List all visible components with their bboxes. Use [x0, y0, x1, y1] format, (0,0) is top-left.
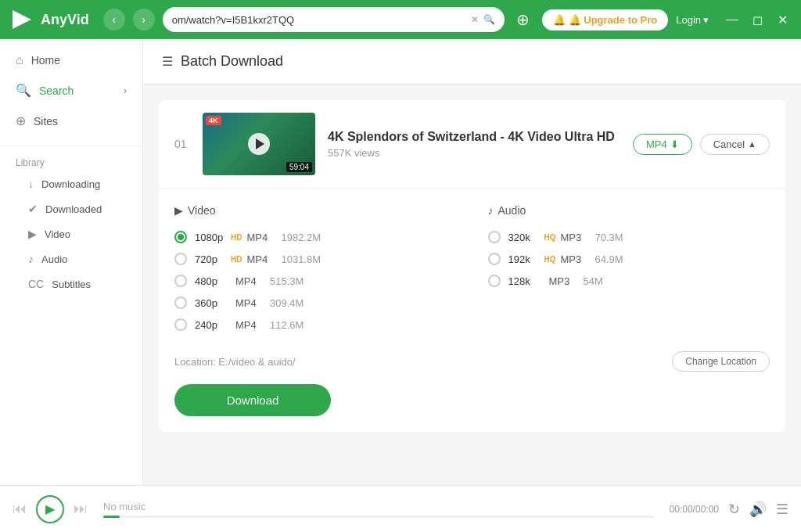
res-320k: 320k: [508, 232, 544, 243]
radio-240p[interactable]: [174, 318, 187, 331]
player-time: 00:00/00:00: [670, 504, 719, 515]
maximize-button[interactable]: ◻: [748, 10, 767, 29]
cancel-button[interactable]: Cancel ▲: [700, 134, 770, 155]
type-1080p: MP4: [246, 232, 275, 243]
audio-col-icon: ♪: [488, 204, 494, 217]
video-format-column: ▶ Video 1080p HD MP4 1982.2M: [174, 204, 457, 336]
video-title: 4K Splendors of Switzerland - 4K Video U…: [328, 130, 620, 144]
close-button[interactable]: ✕: [773, 10, 792, 29]
radio-360p[interactable]: [174, 297, 187, 309]
player-prev-button[interactable]: ⏮: [13, 501, 27, 517]
sites-icon: ⊕: [16, 113, 26, 128]
audio-row-320k: 320k HQ MP3 70.3M: [488, 226, 770, 248]
format-row-1080p: 1080p HD MP4 1982.2M: [174, 226, 457, 248]
video-card: 01 59:04 4K 4K Splendors of Switzerland …: [159, 100, 785, 432]
player-info: No music: [97, 501, 660, 518]
radio-192k[interactable]: [488, 253, 501, 265]
sites-label: Sites: [34, 115, 58, 128]
res-720p: 720p: [195, 253, 230, 265]
audio-format-column: ♪ Audio 320k HQ MP3 70.3M: [488, 204, 770, 336]
hd-badge-720p: HD: [231, 255, 242, 264]
format-section: ▶ Video 1080p HD MP4 1982.2M: [159, 189, 785, 343]
card-info: 4K Splendors of Switzerland - 4K Video U…: [328, 130, 620, 159]
player-progress-fill: [103, 516, 120, 518]
url-bar: om/watch?v=I5B1kxr2TQQ ✕ 🔍: [163, 7, 505, 32]
search-label: Search: [39, 84, 74, 97]
card-header: 01 59:04 4K 4K Splendors of Switzerland …: [159, 100, 785, 189]
res-360p: 360p: [195, 297, 230, 309]
res-192k: 192k: [508, 253, 544, 265]
card-number: 01: [174, 138, 190, 150]
radio-480p[interactable]: [174, 275, 187, 287]
app-name: AnyVid: [41, 12, 89, 28]
downloaded-label: Downloaded: [45, 203, 102, 215]
sidebar-item-home[interactable]: ⌂ Home: [0, 45, 142, 75]
login-button[interactable]: Login ▾: [676, 14, 709, 26]
sidebar-item-subtitles[interactable]: CC Subtitles: [0, 271, 142, 297]
batch-icon: ☰: [162, 54, 173, 69]
player-repeat-button[interactable]: ↻: [728, 501, 740, 518]
res-badge: 4K: [206, 116, 221, 125]
video-col-icon: ▶: [174, 204, 183, 217]
downloading-label: Downloading: [41, 178, 100, 190]
player-play-button[interactable]: ▶: [36, 495, 64, 523]
type-192k: MP3: [561, 253, 589, 265]
change-location-button[interactable]: Change Location: [672, 351, 770, 372]
search-icon: 🔍: [16, 83, 31, 98]
radio-128k[interactable]: [488, 275, 501, 287]
type-360p: MP4: [235, 297, 264, 309]
downloading-icon: ↓: [28, 178, 34, 190]
type-720p: MP4: [246, 253, 275, 265]
forward-button[interactable]: ›: [133, 9, 155, 31]
player-progress-bar[interactable]: [103, 516, 654, 518]
search-chevron-icon: ›: [124, 85, 127, 96]
add-tab-button[interactable]: ⊕: [512, 9, 534, 31]
size-480p: 515.3M: [270, 275, 317, 287]
cancel-chevron-icon: ▲: [748, 139, 756, 149]
radio-720p[interactable]: [174, 253, 187, 265]
size-128k: 54M: [584, 275, 630, 287]
download-section: Download: [159, 384, 785, 432]
hd-badge-1080p: HD: [231, 233, 242, 242]
res-1080p: 1080p: [195, 232, 230, 243]
back-button[interactable]: ‹: [103, 9, 125, 31]
downloaded-icon: ✔: [28, 203, 38, 215]
sidebar-item-downloading[interactable]: ↓ Downloading: [0, 171, 142, 196]
content-area: ☰ Batch Download 01 59:04: [143, 39, 801, 485]
radio-1080p[interactable]: [174, 231, 187, 243]
res-480p: 480p: [195, 275, 230, 287]
url-search-icon[interactable]: 🔍: [483, 14, 495, 25]
sidebar-item-search[interactable]: 🔍 Search ›: [0, 75, 142, 106]
upgrade-icon: 🔔: [553, 14, 566, 26]
sidebar-item-audio[interactable]: ♪ Audio: [0, 246, 142, 271]
type-128k: MP3: [549, 275, 577, 287]
download-button[interactable]: Download: [174, 384, 331, 416]
window-controls: — ◻ ✕: [723, 10, 792, 29]
size-360p: 309.4M: [270, 297, 317, 309]
hq-badge-192k: HQ: [544, 255, 556, 264]
minimize-button[interactable]: —: [723, 10, 742, 29]
format-row-480p: 480p MP4 515.3M: [174, 270, 457, 292]
svg-marker-0: [13, 10, 31, 29]
mp4-download-icon: ⬇: [670, 138, 679, 150]
url-close-icon[interactable]: ✕: [471, 14, 479, 25]
radio-320k[interactable]: [488, 231, 501, 243]
audio-label: Audio: [41, 253, 67, 265]
size-192k: 64.9M: [595, 253, 642, 265]
player-queue-button[interactable]: ☰: [776, 501, 788, 518]
sidebar-item-sites[interactable]: ⊕ Sites: [0, 106, 142, 136]
sidebar-item-downloaded[interactable]: ✔ Downloaded: [0, 196, 142, 221]
sidebar-item-video[interactable]: ▶ Video: [0, 221, 142, 246]
url-text: om/watch?v=I5B1kxr2TQQ: [172, 14, 466, 26]
logo-area: AnyVid: [9, 7, 89, 32]
player-next-button[interactable]: ⏭: [74, 501, 88, 517]
format-columns: ▶ Video 1080p HD MP4 1982.2M: [174, 204, 770, 336]
batch-header: ☰ Batch Download: [143, 39, 801, 84]
play-triangle-icon: [256, 138, 264, 149]
upgrade-button[interactable]: 🔔 🔔 Upgrade to Pro: [542, 9, 669, 31]
play-circle[interactable]: [248, 133, 270, 155]
mp4-button[interactable]: MP4 ⬇: [633, 134, 692, 155]
player-volume-button[interactable]: 🔊: [749, 501, 767, 518]
sidebar-divider: [0, 146, 142, 146]
player-bar: ⏮ ▶ ⏭ No music 00:00/00:00 ↻ 🔊 ☰: [0, 485, 801, 532]
